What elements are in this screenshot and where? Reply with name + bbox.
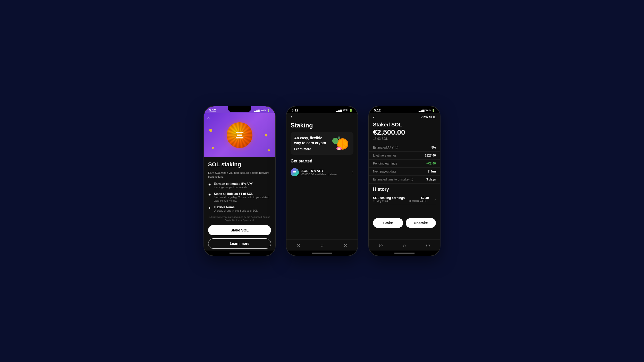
unstake-button[interactable]: Unstake	[406, 218, 436, 228]
sol-list-item[interactable]: SOL · 5% APY €5,000.00 available to stak…	[286, 166, 358, 179]
hero-dot1	[209, 129, 212, 132]
history-section: History SOL staking earnings 31 May 2024…	[369, 184, 440, 206]
wifi-icon: WiFi	[261, 109, 266, 112]
home-bar-3	[394, 253, 415, 254]
disclaimer-text: All staking services are governed by the…	[208, 216, 271, 222]
hero-dot2	[212, 147, 214, 149]
profile-tab-icon-3[interactable]: ⊙	[426, 242, 430, 248]
history-chevron-icon: ›	[435, 197, 436, 202]
home-indicator-2	[286, 251, 358, 256]
staked-title: Staked SOL	[369, 122, 440, 128]
feature-item-3: ✦ Flexible terms Unstake at any time to …	[208, 205, 271, 212]
stake-sol-button[interactable]: Stake SOL	[208, 225, 271, 235]
feature-text-1: Earn an estimated 5% APY Earnings are pa…	[214, 182, 253, 189]
sol-coin-icon	[291, 168, 299, 176]
lifetime-earnings-row: Lifetime earnings €127.40	[369, 152, 440, 160]
home-tab-icon-3[interactable]: ⊙	[379, 242, 383, 248]
tab-bar-2: ⊙ ⌕ ⊙	[286, 239, 358, 251]
banner-title: An easy, flexible way to earn crypto	[294, 136, 329, 145]
unstake-info-icon[interactable]: ?	[410, 178, 413, 181]
history-item-right: €2.40 0.01818044 SOL	[409, 196, 429, 203]
feature-item-2: ✦ Stake as little as €1 of SOL Start sma…	[208, 192, 271, 202]
banner-learn-more[interactable]: Learn more	[294, 147, 311, 151]
back-button-2[interactable]: ‹	[291, 114, 292, 120]
phone2: 5:12 ▂▄▆ WiFi 🔋 ‹ Staking An easy, flexi…	[286, 106, 358, 256]
home-indicator-1	[204, 251, 275, 256]
pending-value: +€2.40	[426, 162, 436, 165]
next-payout-value: 7 Jun	[428, 170, 436, 173]
learn-more-button-1[interactable]: Learn more	[208, 238, 271, 249]
home-bar-1	[229, 253, 250, 254]
star-icon-2: ✦	[208, 193, 211, 197]
next-payout-label: Next payout date	[373, 170, 396, 173]
home-tab-icon[interactable]: ⊙	[296, 242, 301, 248]
feature-text-3: Flexible terms Unstake at any time to tr…	[214, 205, 258, 212]
signal-icon-2: ▂▄▆	[336, 109, 342, 112]
sol-bar3	[236, 137, 243, 139]
history-item-1[interactable]: SOL staking earnings 31 May 2024 €2.40 0…	[373, 194, 436, 205]
status-time-3: 5:12	[374, 108, 381, 112]
phone3-content: ‹ View SOL Staked SOL €2,500.00 18.93 SO…	[369, 113, 440, 251]
back-button-3[interactable]: ‹	[373, 114, 375, 120]
close-button[interactable]: ×	[207, 115, 210, 121]
sol-list-info: SOL · 5% APY €5,000.00 available to stak…	[301, 169, 350, 176]
svg-rect-13	[293, 172, 296, 173]
wifi-icon-2: WiFi	[343, 109, 348, 112]
feature-text-2: Stake as little as €1 of SOL Start small…	[214, 192, 271, 202]
svg-point-10	[338, 136, 340, 139]
svg-rect-12	[293, 171, 296, 172]
phone1: 5:12 ▂▄▆ WiFi 🔋 ×	[204, 106, 276, 256]
profile-tab-icon[interactable]: ⊙	[343, 242, 348, 248]
feature-title-1: Earn an estimated 5% APY	[214, 182, 253, 186]
phone3-header: ‹ View SOL	[369, 113, 440, 122]
hero-dot4	[268, 149, 270, 151]
status-icons-1: ▂▄▆ WiFi 🔋	[254, 109, 270, 112]
unstake-time-row: Estimated time to unstake ? 3 days	[369, 176, 440, 184]
search-tab-icon-3[interactable]: ⌕	[403, 242, 406, 248]
phone1-title: SOL staking	[208, 161, 271, 168]
view-sol-link[interactable]: View SOL	[420, 115, 436, 119]
feature-desc-3: Unstake at any time to trade your SOL.	[214, 209, 258, 212]
feature-item-1: ✦ Earn an estimated 5% APY Earnings are …	[208, 182, 271, 189]
apy-info-icon[interactable]: ?	[395, 146, 398, 149]
svg-rect-8	[338, 148, 340, 150]
unstake-time-value: 3 days	[426, 178, 436, 181]
nav-header-2: ‹	[286, 113, 358, 122]
hero-image: ×	[204, 113, 275, 157]
staked-amount: €2,500.00	[369, 128, 440, 137]
signal-icon: ▂▄▆	[254, 109, 260, 112]
wifi-icon-3: WiFi	[426, 109, 431, 112]
next-payout-row: Next payout date 7 Jun	[369, 168, 440, 176]
home-indicator-3	[369, 251, 440, 256]
staked-sol-amount: 18.93 SOL	[369, 137, 440, 144]
history-item-date: 31 May 2024	[373, 200, 405, 203]
status-icons-3: ▂▄▆ WiFi 🔋	[419, 109, 435, 112]
feature-title-2: Stake as little as €1 of SOL	[214, 192, 271, 196]
phone3: 5:12 ▂▄▆ WiFi 🔋 ‹ View SOL Staked SOL €2…	[368, 106, 440, 256]
pending-earnings-row: Pending earnings +€2.40	[369, 160, 440, 168]
feature-desc-2: Start small or go big. You can add to yo…	[214, 196, 271, 202]
history-amount: €2.40	[409, 196, 429, 200]
stake-button-3[interactable]: Stake	[373, 218, 403, 228]
fruit-svg	[332, 136, 350, 151]
tab-bar-3: ⊙ ⌕ ⊙	[369, 239, 440, 251]
solana-logo	[236, 132, 243, 139]
hero-dot3	[265, 134, 267, 136]
chevron-icon: ›	[352, 170, 353, 175]
status-time-1: 5:12	[209, 108, 216, 112]
action-buttons: Stake Unstake	[369, 216, 440, 230]
page-title-2: Staking	[286, 122, 358, 132]
svg-point-6	[332, 138, 338, 144]
search-tab-icon[interactable]: ⌕	[320, 242, 324, 248]
apy-label: Estimated APY ?	[373, 146, 398, 149]
phone1-subtitle: Earn SOL when you help secure Solana net…	[208, 171, 271, 179]
feature-list: ✦ Earn an estimated 5% APY Earnings are …	[208, 182, 271, 212]
sol-bar2	[237, 135, 242, 136]
notch2	[310, 106, 334, 112]
star-icon-1: ✦	[208, 183, 211, 187]
phone1-content: ×	[204, 113, 275, 251]
staking-banner: An easy, flexible way to earn crypto Lea…	[291, 132, 353, 155]
home-bar-2	[312, 253, 332, 254]
star-icon-3: ✦	[208, 206, 211, 210]
lifetime-label: Lifetime earnings	[373, 154, 396, 157]
